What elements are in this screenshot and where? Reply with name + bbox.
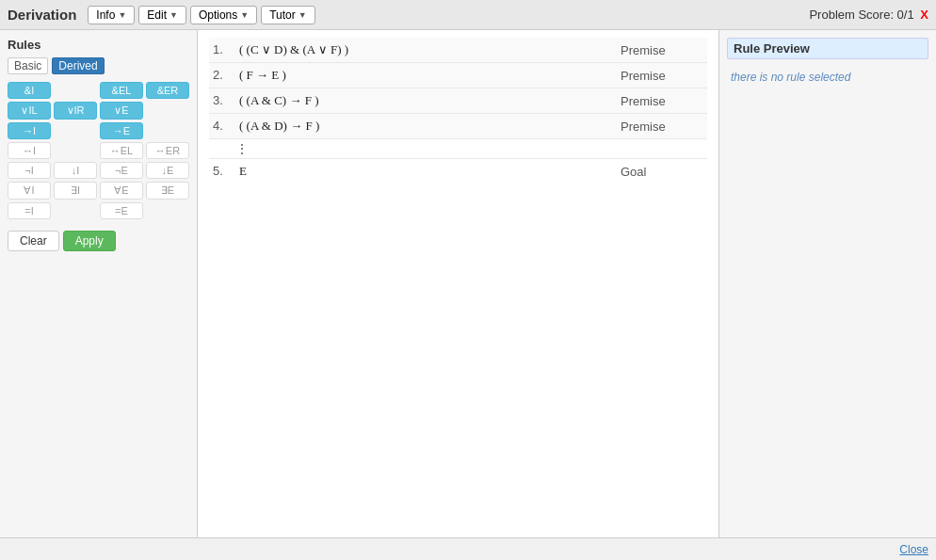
rule-preview-title: Rule Preview xyxy=(727,38,928,59)
menu-info[interactable]: Info ▼ xyxy=(88,6,135,24)
table-row-dots: ⋮ xyxy=(209,139,707,159)
rule-forall-i[interactable]: ∀I xyxy=(8,182,51,200)
bottom-bar: Close xyxy=(0,537,936,560)
rule-bic-er[interactable]: ↔ER xyxy=(146,142,189,159)
rule-neg-i[interactable]: ¬I xyxy=(8,162,51,179)
proof-formula[interactable]: ( (A & D) → F ) xyxy=(232,114,613,139)
close-link[interactable]: Close xyxy=(899,543,928,556)
proof-dots: ⋮ xyxy=(232,139,613,159)
rule-spacer4 xyxy=(146,122,189,139)
rules-panel: Rules Basic Derived &I &EL &ER ∨IL ∨IR ∨… xyxy=(0,30,198,537)
rule-and-el[interactable]: &EL xyxy=(100,82,143,99)
rule-exists-i[interactable]: ∃I xyxy=(54,182,97,200)
rule-or-il[interactable]: ∨IL xyxy=(8,102,51,120)
proof-num xyxy=(209,139,232,159)
proof-justification: Premise xyxy=(613,63,707,88)
rule-or-ir[interactable]: ∨IR xyxy=(54,102,97,120)
proof-formula[interactable]: ( F → E ) xyxy=(232,63,613,88)
menu-options[interactable]: Options ▼ xyxy=(190,6,257,24)
rule-spacer7 xyxy=(146,202,189,219)
tab-basic[interactable]: Basic xyxy=(8,57,48,74)
rule-bic-el[interactable]: ↔EL xyxy=(100,142,143,159)
proof-num: 5. xyxy=(209,159,232,184)
table-row: 1. ( (C ∨ D) & (A ∨ F) ) Premise xyxy=(209,38,707,63)
proof-formula[interactable]: ( (C ∨ D) & (A ∨ F) ) xyxy=(232,38,613,63)
proof-num: 1. xyxy=(209,38,232,63)
proof-num: 2. xyxy=(209,63,232,88)
table-row-goal: 5. E Goal xyxy=(209,159,707,184)
rule-spacer6 xyxy=(54,202,97,219)
rules-grid: &I &EL &ER ∨IL ∨IR ∨E →I →E ↔I ↔EL ↔ER ¬… xyxy=(8,82,189,219)
proof-num: 3. xyxy=(209,88,232,114)
rule-preview-content: there is no rule selected xyxy=(727,67,928,88)
menu-edit[interactable]: Edit ▼ xyxy=(138,6,186,24)
rule-bic-i[interactable]: ↔I xyxy=(8,142,51,159)
chevron-down-icon: ▼ xyxy=(240,10,249,20)
rule-preview-panel: Rule Preview there is no rule selected xyxy=(719,30,936,537)
table-row: 2. ( F → E ) Premise xyxy=(209,63,707,88)
rule-eq-e[interactable]: =E xyxy=(100,202,143,219)
proof-formula[interactable]: E xyxy=(232,159,613,184)
chevron-down-icon: ▼ xyxy=(118,10,126,20)
rule-and-i[interactable]: &I xyxy=(8,82,51,99)
proof-justification: Premise xyxy=(613,88,707,114)
proof-panel: 1. ( (C ∨ D) & (A ∨ F) ) Premise 2. ( F … xyxy=(198,30,719,537)
tab-derived[interactable]: Derived xyxy=(52,57,104,74)
rule-arr-i[interactable]: →I xyxy=(8,122,51,139)
problem-score: Problem Score: 0/1 X xyxy=(809,8,928,22)
clear-button[interactable]: Clear xyxy=(8,231,59,251)
topbar: Derivation Info ▼ Edit ▼ Options ▼ Tutor… xyxy=(0,0,936,30)
rules-title: Rules xyxy=(8,38,189,52)
table-row: 3. ( (A & C) → F ) Premise xyxy=(209,88,707,114)
proof-justification: Premise xyxy=(613,114,707,139)
rule-forall-e[interactable]: ∀E xyxy=(100,182,143,200)
rule-and-er[interactable]: &ER xyxy=(146,82,189,99)
rule-arr-e[interactable]: →E xyxy=(100,122,143,139)
rule-neg-de[interactable]: ↓E xyxy=(146,162,189,179)
apply-button[interactable]: Apply xyxy=(63,231,116,251)
rule-or-e[interactable]: ∨E xyxy=(100,102,143,120)
proof-justification-goal: Goal xyxy=(613,159,707,184)
rule-spacer5 xyxy=(54,142,97,159)
rule-exists-e[interactable]: ∃E xyxy=(146,182,189,200)
chevron-down-icon: ▼ xyxy=(299,10,307,20)
rule-neg-e[interactable]: ¬E xyxy=(100,162,143,179)
rule-neg-di[interactable]: ↓I xyxy=(54,162,97,179)
tab-row: Basic Derived xyxy=(8,57,189,74)
rule-spacer2 xyxy=(146,102,189,120)
app-title: Derivation xyxy=(8,7,76,23)
menu-tutor[interactable]: Tutor ▼ xyxy=(261,6,315,24)
proof-formula[interactable]: ( (A & C) → F ) xyxy=(232,88,613,114)
chevron-down-icon: ▼ xyxy=(169,10,178,20)
proof-num: 4. xyxy=(209,114,232,139)
rule-spacer3 xyxy=(54,122,97,139)
table-row: 4. ( (A & D) → F ) Premise xyxy=(209,114,707,139)
proof-justification xyxy=(613,139,707,159)
action-row: Clear Apply xyxy=(8,231,189,251)
proof-table: 1. ( (C ∨ D) & (A ∨ F) ) Premise 2. ( F … xyxy=(209,38,707,184)
main-area: Rules Basic Derived &I &EL &ER ∨IL ∨IR ∨… xyxy=(0,30,936,537)
rule-spacer1 xyxy=(54,82,97,99)
rule-eq-i[interactable]: =I xyxy=(8,202,51,219)
proof-justification: Premise xyxy=(613,38,707,63)
